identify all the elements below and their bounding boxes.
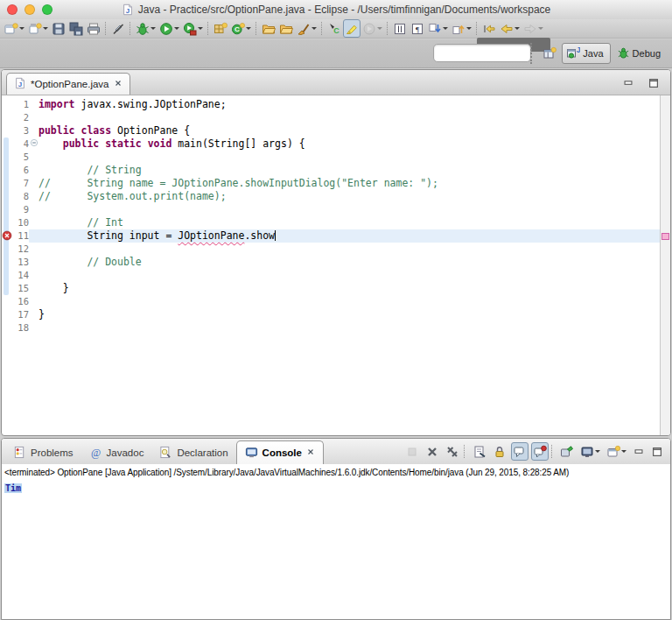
code-line-14[interactable]: 14 <box>2 269 661 282</box>
pin-console-button[interactable] <box>558 442 576 461</box>
svg-text:J: J <box>18 81 22 88</box>
code-line-16[interactable]: 16 <box>2 295 661 308</box>
code-line-17[interactable]: 17} <box>2 308 661 321</box>
console-view[interactable]: <terminated> OptionPane [Java Applicatio… <box>2 464 670 619</box>
show-stdout-button[interactable] <box>511 442 528 461</box>
toolbar-separator <box>256 22 257 35</box>
close-window-button[interactable] <box>7 4 18 15</box>
skip-breakpoints-button[interactable] <box>109 19 127 38</box>
last-edit-location-button[interactable] <box>480 19 498 38</box>
tab-console-icon <box>245 446 258 461</box>
fold-column <box>29 269 38 282</box>
build-button <box>360 19 384 38</box>
close-tab-icon[interactable] <box>114 79 122 89</box>
code-text: // System.out.print(name); <box>38 190 661 203</box>
code-line-15[interactable]: 15 } <box>2 282 661 295</box>
code-line-12[interactable]: 12 <box>2 243 661 256</box>
display-console-button[interactable] <box>578 442 602 461</box>
annotation-column <box>2 124 12 137</box>
code-line-10[interactable]: 10 // Int <box>2 216 661 229</box>
tab-declaration[interactable]: Declaration <box>151 441 235 464</box>
tab-declaration-icon <box>159 446 172 461</box>
line-number: 6 <box>12 164 29 177</box>
remove-all-launches-button[interactable] <box>444 442 461 461</box>
code-text <box>38 243 661 256</box>
fold-column[interactable] <box>29 137 38 151</box>
java-editor-button[interactable]: C <box>326 19 343 38</box>
minimize-editor-button[interactable] <box>620 75 636 91</box>
dropdown-arrow-icon <box>377 27 382 30</box>
collapse-icon[interactable] <box>30 137 38 151</box>
code-line-4[interactable]: 4 public static void main(String[] args)… <box>2 137 661 151</box>
search-button[interactable] <box>277 19 295 38</box>
code-line-2[interactable]: 2 <box>2 111 661 124</box>
tab-label: Problems <box>31 447 74 458</box>
tab-problems[interactable]: Problems <box>5 441 81 464</box>
perspective-label: Java <box>583 48 603 59</box>
code-text: } <box>38 308 661 321</box>
annotation-column <box>2 177 12 190</box>
traffic-lights <box>7 4 52 15</box>
main-toolbar: CC¶ <box>0 19 672 39</box>
previous-annotation-button[interactable] <box>450 19 473 38</box>
editor-tab-optionpane[interactable]: J *OptionPane.java <box>6 73 130 95</box>
code-line-1[interactable]: 1import javax.swing.JOptionPane; <box>2 98 661 111</box>
tab-javadoc[interactable]: @Javadoc <box>81 441 152 464</box>
code-line-3[interactable]: 3public class OptionPane { <box>2 124 661 137</box>
close-tab-icon[interactable] <box>306 447 315 458</box>
maximize-view-button[interactable] <box>649 442 665 461</box>
code-line-7[interactable]: 7// String name = JOptionPane.showInputD… <box>2 177 661 190</box>
code-editor[interactable]: 1import javax.swing.JOptionPane;23public… <box>2 95 670 435</box>
debug-button[interactable] <box>134 19 158 38</box>
zoom-window-button[interactable] <box>42 4 52 15</box>
code-text: import javax.swing.JOptionPane; <box>38 98 661 111</box>
save-all-button[interactable] <box>67 19 85 38</box>
code-line-11[interactable]: 11 String input = JOptionPane.show <box>2 229 661 243</box>
new-menu-button[interactable] <box>26 19 50 38</box>
code-text <box>38 151 661 164</box>
new-wizard-button[interactable] <box>3 19 26 38</box>
scroll-lock-button[interactable] <box>491 442 508 461</box>
svg-text:J: J <box>577 46 580 54</box>
overview-ruler[interactable] <box>660 95 670 435</box>
svg-text:C: C <box>333 26 340 35</box>
open-console-button[interactable] <box>605 442 628 461</box>
quick-access-input[interactable] <box>433 44 531 62</box>
open-perspective-button[interactable] <box>541 45 558 63</box>
external-tools-button[interactable] <box>181 19 205 38</box>
code-line-9[interactable]: 9 <box>2 203 661 216</box>
mark-occurrences-button[interactable] <box>343 19 360 38</box>
line-number: 9 <box>12 203 29 216</box>
minimize-window-button[interactable] <box>24 4 35 15</box>
code-line-6[interactable]: 6 // String <box>2 164 661 177</box>
annotation-column <box>2 243 12 256</box>
remove-launch-button[interactable] <box>424 442 441 461</box>
next-annotation-button[interactable] <box>426 19 450 38</box>
overview-error-marker[interactable] <box>662 233 669 240</box>
show-source-columns-button[interactable] <box>391 19 409 38</box>
show-stderr-button[interactable] <box>531 442 549 461</box>
maximize-editor-button[interactable] <box>646 75 662 91</box>
back-button[interactable] <box>498 19 522 38</box>
code-line-5[interactable]: 5 <box>2 151 661 164</box>
new-java-class-button[interactable]: C <box>229 19 253 38</box>
perspective-java-button[interactable]: JJava <box>562 43 610 64</box>
run-button[interactable] <box>158 19 181 38</box>
line-number: 5 <box>12 151 29 164</box>
tab-console[interactable]: Console <box>236 440 324 464</box>
open-element-button[interactable] <box>295 19 318 38</box>
minimize-view-button[interactable] <box>631 442 647 461</box>
annotation-column <box>2 229 12 243</box>
code-line-8[interactable]: 8// System.out.print(name); <box>2 190 661 203</box>
code-line-18[interactable]: 18 <box>2 321 661 335</box>
toolbar-separator <box>207 22 209 35</box>
show-whitespace-button[interactable]: ¶ <box>409 19 426 38</box>
perspective-debug-button[interactable]: Debug <box>612 43 668 64</box>
save-button[interactable] <box>50 19 67 38</box>
print-button[interactable] <box>85 19 102 38</box>
dropdown-arrow-icon <box>312 27 317 30</box>
open-type-button[interactable] <box>260 19 277 38</box>
clear-console-button[interactable] <box>471 442 488 461</box>
code-line-13[interactable]: 13 // Double <box>2 256 661 269</box>
new-java-project-button[interactable] <box>212 19 229 38</box>
